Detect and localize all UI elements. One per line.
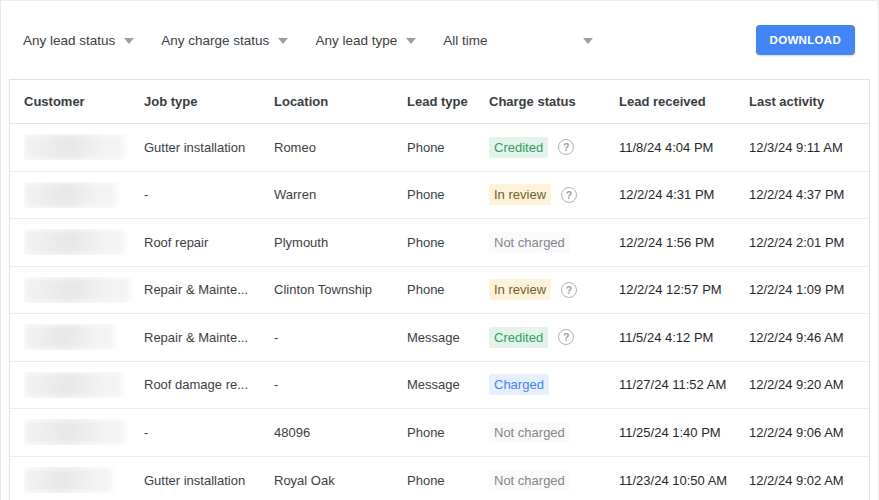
location-cell: Royal Oak <box>274 473 407 488</box>
charge-status-badge: Not charged <box>489 470 570 491</box>
location-cell: 48096 <box>274 425 407 440</box>
customer-cell <box>24 229 144 255</box>
column-header: Location <box>274 94 407 109</box>
customer-cell <box>24 182 144 208</box>
charge-status-cell: In review ? <box>489 279 619 300</box>
chevron-down-icon <box>583 38 593 44</box>
lead-status-filter-label: Any lead status <box>23 33 115 48</box>
time-range-filter[interactable]: All time <box>443 33 593 48</box>
customer-cell <box>24 277 144 303</box>
lead-type-cell: Message <box>407 330 489 345</box>
lead-type-cell: Message <box>407 377 489 392</box>
customer-cell <box>24 324 144 350</box>
lead-received-cell: 11/27/24 11:52 AM <box>619 377 749 392</box>
last-activity-cell: 12/2/24 2:01 PM <box>749 235 855 250</box>
last-activity-cell: 12/2/24 9:06 AM <box>749 425 855 440</box>
lead-type-filter[interactable]: Any lead type <box>315 33 416 48</box>
lead-type-filter-label: Any lead type <box>315 33 397 48</box>
blurred-customer-name <box>24 419 124 445</box>
location-cell: Romeo <box>274 140 407 155</box>
blurred-customer-name <box>24 277 130 303</box>
chevron-down-icon <box>406 38 416 44</box>
location-cell: Plymouth <box>274 235 407 250</box>
charge-status-cell: Charged <box>489 374 619 395</box>
location-cell: Clinton Township <box>274 282 407 297</box>
column-header: Job type <box>144 94 274 109</box>
column-header: Charge status <box>489 94 619 109</box>
charge-status-badge: In review <box>489 279 551 300</box>
column-header: Lead received <box>619 94 749 109</box>
table-row[interactable]: Gutter installation Romeo Phone Credited… <box>10 124 869 172</box>
table-row[interactable]: - Warren Phone In review ? 12/2/24 4:31 … <box>10 172 869 220</box>
charge-status-cell: Credited ? <box>489 327 619 348</box>
blurred-customer-name <box>24 324 114 350</box>
table-row[interactable]: Repair & Mainte... - Message Credited ? … <box>10 314 869 362</box>
charge-status-filter-label: Any charge status <box>161 33 269 48</box>
customer-cell <box>24 467 144 493</box>
charge-status-badge: Not charged <box>489 422 570 443</box>
job-type-cell: Gutter installation <box>144 140 274 155</box>
charge-status-cell: Not charged <box>489 232 619 253</box>
filter-bar: Any lead status Any charge status Any le… <box>1 1 878 79</box>
table-row[interactable]: Gutter installation Royal Oak Phone Not … <box>10 457 869 500</box>
table-row[interactable]: Repair & Mainte... Clinton Township Phon… <box>10 267 869 315</box>
download-button[interactable]: DOWNLOAD <box>756 25 855 55</box>
lead-type-cell: Phone <box>407 473 489 488</box>
last-activity-cell: 12/3/24 9:11 AM <box>749 140 855 155</box>
charge-status-cell: In review ? <box>489 184 619 205</box>
charge-status-cell: Not charged <box>489 470 619 491</box>
job-type-cell: Repair & Mainte... <box>144 330 274 345</box>
charge-status-cell: Not charged <box>489 422 619 443</box>
table-row[interactable]: Roof repair Plymouth Phone Not charged 1… <box>10 219 869 267</box>
lead-received-cell: 11/25/24 1:40 PM <box>619 425 749 440</box>
table-row[interactable]: Roof damage re... - Message Charged 11/2… <box>10 362 869 410</box>
location-cell: - <box>274 377 407 392</box>
last-activity-cell: 12/2/24 1:09 PM <box>749 282 855 297</box>
help-icon[interactable]: ? <box>561 187 577 203</box>
blurred-customer-name <box>24 372 122 398</box>
lead-received-cell: 12/2/24 4:31 PM <box>619 187 749 202</box>
table-header-row: CustomerJob typeLocationLead typeCharge … <box>10 80 869 124</box>
blurred-customer-name <box>24 134 124 160</box>
last-activity-cell: 12/2/24 9:46 AM <box>749 330 855 345</box>
customer-cell <box>24 372 144 398</box>
lead-received-cell: 11/23/24 10:50 AM <box>619 473 749 488</box>
job-type-cell: Roof repair <box>144 235 274 250</box>
customer-cell <box>24 419 144 445</box>
job-type-cell: Repair & Mainte... <box>144 282 274 297</box>
customer-cell <box>24 134 144 160</box>
lead-received-cell: 12/2/24 1:56 PM <box>619 235 749 250</box>
leads-dashboard: Any lead status Any charge status Any le… <box>0 0 879 500</box>
lead-type-cell: Phone <box>407 140 489 155</box>
charge-status-badge: Credited <box>489 327 548 348</box>
column-header: Lead type <box>407 94 489 109</box>
charge-status-filter[interactable]: Any charge status <box>161 33 288 48</box>
job-type-cell: - <box>144 425 274 440</box>
charge-status-cell: Credited ? <box>489 137 619 158</box>
blurred-customer-name <box>24 229 124 255</box>
last-activity-cell: 12/2/24 9:20 AM <box>749 377 855 392</box>
location-cell: Warren <box>274 187 407 202</box>
help-icon[interactable]: ? <box>558 139 574 155</box>
charge-status-badge: Charged <box>489 374 549 395</box>
chevron-down-icon <box>124 38 134 44</box>
leads-table: CustomerJob typeLocationLead typeCharge … <box>9 79 870 500</box>
blurred-customer-name <box>24 467 112 493</box>
lead-received-cell: 12/2/24 12:57 PM <box>619 282 749 297</box>
charge-status-badge: In review <box>489 184 551 205</box>
column-header: Last activity <box>749 94 855 109</box>
lead-type-cell: Phone <box>407 235 489 250</box>
lead-type-cell: Phone <box>407 282 489 297</box>
charge-status-badge: Not charged <box>489 232 570 253</box>
charge-status-badge: Credited <box>489 137 548 158</box>
column-header: Customer <box>24 94 144 109</box>
location-cell: - <box>274 330 407 345</box>
table-body: Gutter installation Romeo Phone Credited… <box>10 124 869 500</box>
table-row[interactable]: - 48096 Phone Not charged 11/25/24 1:40 … <box>10 409 869 457</box>
job-type-cell: Gutter installation <box>144 473 274 488</box>
help-icon[interactable]: ? <box>561 282 577 298</box>
lead-type-cell: Phone <box>407 425 489 440</box>
help-icon[interactable]: ? <box>558 329 574 345</box>
lead-status-filter[interactable]: Any lead status <box>23 33 134 48</box>
lead-received-cell: 11/5/24 4:12 PM <box>619 330 749 345</box>
